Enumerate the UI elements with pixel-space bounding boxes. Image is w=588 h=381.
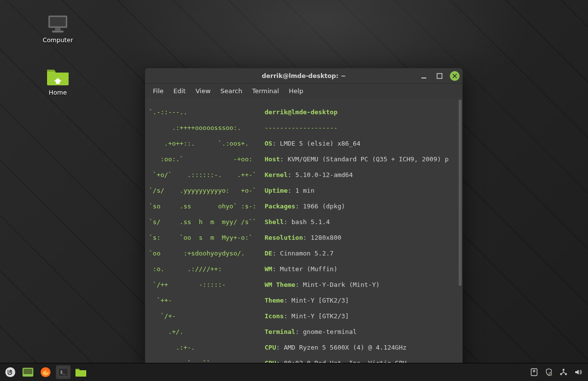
ascii-line: :o. .:////++: (149, 265, 265, 273)
terminal-launcher[interactable]: $_ (56, 365, 71, 379)
svg-text:$_: $_ (60, 369, 66, 375)
show-desktop-button[interactable] (21, 365, 35, 379)
window-minimize-button[interactable] (418, 71, 429, 81)
file-manager-launcher[interactable] (74, 365, 88, 379)
network-tray-icon[interactable] (560, 368, 567, 376)
ascii-line: .+/. (149, 328, 265, 336)
ascii-line: `++- (149, 297, 265, 305)
info-value: gnome-terminal (303, 328, 357, 335)
neofetch-separator: ------------------- (265, 124, 338, 132)
info-key: Terminal (265, 328, 295, 335)
security-tray-icon[interactable] (545, 368, 553, 376)
ascii-line: .+o++::. `.:oos+. (149, 140, 265, 148)
info-key: Kernel (265, 171, 288, 178)
info-key: Theme (265, 297, 284, 304)
info-value: KVM/QEMU (Standard PC (Q35 + ICH9, 2009)… (288, 155, 449, 163)
info-value: Mint-Y-Dark (Mint-Y) (303, 281, 380, 288)
ascii-line: .:++++ooooosssoo:. (149, 124, 265, 132)
info-key: Shell (265, 218, 284, 226)
ascii-line: `so .ss ohyo` :s-: (149, 203, 265, 210)
menu-view[interactable]: View (191, 85, 216, 97)
system-tray (530, 368, 585, 376)
mint-menu-button[interactable] (3, 365, 18, 379)
info-key: Packages (265, 203, 295, 210)
info-key: OS (265, 140, 272, 147)
ascii-line: .:+-. (149, 344, 265, 352)
terminal-body[interactable]: `.-::---..derrik@lmde-desktop .:++++oooo… (145, 98, 463, 381)
svg-rect-4 (421, 77, 426, 78)
firefox-launcher[interactable] (38, 365, 53, 379)
info-key: Resolution (265, 234, 303, 241)
window-maximize-button[interactable] (434, 71, 445, 81)
menubar: File Edit View Search Terminal Help (145, 84, 463, 98)
menu-edit[interactable]: Edit (169, 85, 191, 97)
svg-point-14 (563, 369, 564, 371)
ascii-line: :oo:.` -+oo: (149, 155, 265, 163)
menu-search[interactable]: Search (216, 85, 247, 97)
folder-home-icon (46, 66, 70, 87)
ascii-line: `/s/ .yyyyyyyyyyo: +o-` (149, 187, 265, 195)
ascii-line: `+o/` .::::::-. .++-` (149, 171, 265, 179)
info-key: Uptime (265, 187, 288, 194)
svg-rect-1 (50, 17, 66, 26)
ascii-line: `oo :+sdoohyoydyso/. (149, 250, 265, 257)
terminal-window: derrik@lmde-desktop: ~ File Edit View Se… (145, 68, 463, 381)
window-titlebar[interactable]: derrik@lmde-desktop: ~ (145, 68, 463, 84)
info-value: Cinnamon 5.2.7 (280, 250, 334, 257)
info-key: Icons (265, 312, 284, 320)
info-key: WM (265, 265, 272, 273)
ascii-line: `s: `oo s m Myy+-o:` (149, 234, 265, 242)
desktop-icon-label: Home (49, 89, 67, 96)
updates-tray-icon[interactable] (530, 368, 538, 376)
info-value: bash 5.1.4 (292, 218, 330, 226)
neofetch-header: derrik@lmde-desktop (265, 108, 338, 116)
svg-rect-3 (52, 30, 64, 32)
terminal-scrollbar[interactable] (459, 100, 462, 286)
info-value: AMD Ryzen 5 5600X (4) @ 4.124GHz (284, 344, 406, 351)
desktop-icon-home[interactable]: Home (38, 66, 77, 96)
info-value: 5.10.0-12-amd64 (295, 171, 353, 178)
sound-tray-icon[interactable] (574, 368, 582, 376)
info-value: Mint-Y [GTK2/3] (292, 312, 349, 320)
svg-rect-2 (55, 28, 61, 31)
desktop-icon-label: Computer (43, 36, 73, 44)
svg-rect-5 (437, 74, 442, 78)
menu-file[interactable]: File (148, 85, 169, 97)
info-key: WM Theme (265, 281, 295, 288)
window-title: derrik@lmde-desktop: ~ (262, 72, 345, 79)
info-value: 1 min (295, 187, 315, 194)
desktop-icon-computer[interactable]: Computer (38, 14, 77, 44)
svg-rect-8 (24, 369, 32, 374)
ascii-line: `/+- (149, 312, 265, 320)
info-value: 1280x800 (311, 234, 342, 241)
info-value: Mint-Y [GTK2/3] (292, 297, 349, 304)
taskbar: $_ (0, 363, 588, 381)
info-key: CPU (265, 344, 276, 351)
menu-terminal[interactable]: Terminal (247, 85, 284, 97)
svg-point-13 (549, 373, 552, 376)
taskbar-left: $_ (3, 365, 88, 379)
info-key: Host (265, 155, 280, 163)
desktop-icons: Computer Home (38, 14, 77, 96)
info-key: DE (265, 250, 272, 257)
window-close-button[interactable] (450, 71, 460, 81)
info-value: Mutter (Muffin) (280, 265, 337, 273)
computer-icon (46, 14, 70, 34)
info-value: LMDE 5 (elsie) x86_64 (280, 140, 360, 147)
ascii-line: `s/ .ss h m myy/ /s`` (149, 218, 265, 226)
ascii-line: `/++ -:::::- (149, 281, 265, 289)
ascii-line: `.-::---.. (149, 108, 265, 116)
window-controls (418, 71, 460, 81)
menu-help[interactable]: Help (284, 85, 308, 97)
info-value: 1966 (dpkg) (303, 203, 345, 210)
